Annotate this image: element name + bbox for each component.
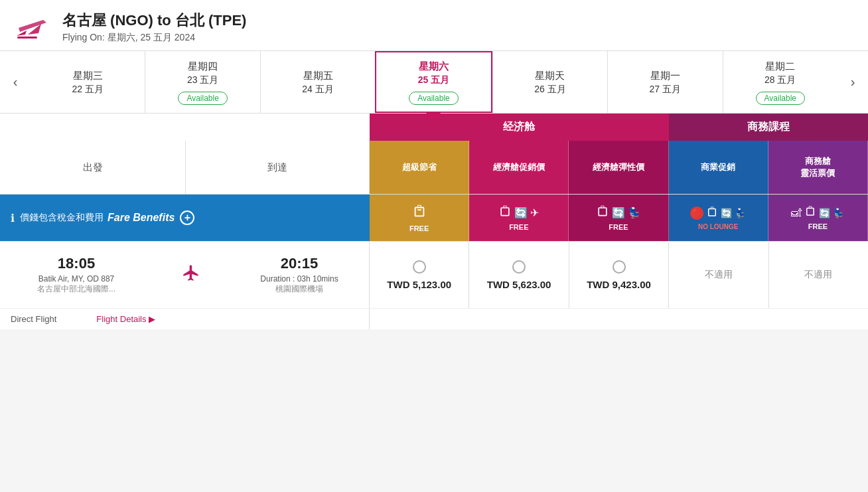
header: 名古屋 (NGO) to 台北 (TPE) Flying On: 星期六, 25… (0, 0, 868, 50)
price-radio-economy-promo[interactable] (512, 260, 526, 274)
main-container: 名古屋 (NGO) to 台北 (TPE) Flying On: 星期六, 25… (0, 0, 868, 329)
change-icon-ef: 🔄 (612, 206, 625, 219)
seat-icon-bp: 💺 (735, 208, 746, 218)
change-icon-bf: 🔄 (819, 208, 830, 218)
benefit-cell-economy-flex: 🔄 💺 FREE (569, 195, 668, 241)
price-cell-biz-flex: 不適用 (769, 242, 868, 308)
day-date-2: 24 五月 (302, 84, 333, 96)
fare-benefits-plus-button[interactable]: + (180, 210, 194, 225)
price-amount-super-saver: TWD 5,123.00 (387, 279, 451, 290)
calendar-next-button[interactable]: › (837, 51, 868, 113)
header-text: 名古屋 (NGO) to 台北 (TPE) Flying On: 星期六, 25… (62, 11, 246, 44)
calendar-day-6[interactable]: 星期二 28 五月 Available (723, 51, 837, 113)
calendar-day-5[interactable]: 星期一 27 五月 (607, 51, 722, 113)
flight-arrive-block: 20:15 Duration : 03h 10mins 桃園國際機場 (230, 246, 369, 304)
fare-col-economy-promo: 經濟艙促銷價 (469, 141, 569, 194)
direct-flight-label: Direct Flight (11, 314, 56, 324)
fare-header-economy: 经济舱 (370, 114, 669, 141)
price-cell-super-saver[interactable]: TWD 5,123.00 (370, 242, 469, 308)
luggage-icon-ep (498, 205, 512, 221)
svg-rect-0 (17, 37, 37, 39)
calendar-days: 星期三 22 五月 星期四 23 五月 Available 星期五 24 五月 … (31, 51, 837, 113)
calendar-day-1[interactable]: 星期四 23 五月 Available (145, 51, 259, 113)
amount-ep: 5,623.00 (512, 279, 551, 290)
flight-depart-arrive: 18:05 Batik Air, MY, OD 887 名古屋中部北海國際...… (0, 242, 370, 308)
benefit-cell-biz-flex: 🛋 🔄 💺 FREE (768, 195, 868, 241)
fare-col-super-saver: 超級節省 (370, 141, 469, 194)
day-name-2: 星期五 (303, 70, 333, 82)
calendar-prev-button[interactable]: ‹ (0, 51, 31, 113)
page-subtitle: Flying On: 星期六, 25 五月 2024 (62, 32, 246, 44)
benefit-label-economy-promo: FREE (509, 223, 528, 231)
benefits-info: ℹ 價錢包含稅金和費用 Fare Benefits + (0, 204, 370, 232)
benefit-label-super-saver: FREE (409, 224, 429, 232)
benefit-cell-biz-promo: 🚫 🔄 💺 NO LOUNGE (669, 195, 768, 241)
amount-ss: 5,123.00 (413, 279, 451, 290)
page-title: 名古屋 (NGO) to 台北 (TPE) (62, 11, 246, 31)
no-lounge-icon: 🚫 (690, 206, 703, 220)
flight-details-link[interactable]: Flight Details ▶ (96, 314, 155, 324)
benefit-icons-super-saver (412, 204, 427, 222)
plane-icon (182, 264, 200, 286)
currency-ep: TWD (487, 279, 512, 290)
calendar-day-2[interactable]: 星期五 24 五月 (260, 51, 375, 113)
price-cell-economy-promo[interactable]: TWD 5,623.00 (469, 242, 569, 308)
bottom-left: Direct Flight Flight Details ▶ (0, 309, 370, 329)
fare-col-biz-flex: 商務艙 靈活票價 (768, 141, 868, 194)
benefit-label-biz-flex: FREE (808, 222, 828, 230)
day-date-5: 27 五月 (650, 84, 681, 96)
calendar-day-0[interactable]: 星期三 22 五月 (31, 51, 145, 113)
bottom-row: Direct Flight Flight Details ▶ (0, 308, 868, 329)
flight-middle (153, 264, 230, 286)
day-name-1: 星期四 (188, 60, 218, 73)
price-cell-biz-promo: 不適用 (669, 242, 768, 308)
available-badge-1: Available (178, 92, 227, 105)
currency-ef: TWD (587, 279, 612, 290)
price-na-biz-flex: 不適用 (772, 248, 865, 301)
luggage-icon-ef (596, 205, 609, 221)
flight-row-0: 18:05 Batik Air, MY, OD 887 名古屋中部北海國際...… (0, 241, 868, 308)
luggage-icon-bf (804, 205, 816, 220)
day-date-3: 25 五月 (418, 74, 449, 86)
calendar-day-4[interactable]: 星期天 26 五月 (492, 51, 607, 113)
flight-icon (13, 11, 53, 44)
benefit-icons-economy-promo: 🔄 ✈ (498, 205, 539, 221)
currency-ss: TWD (387, 279, 412, 290)
flight-depart-block: 18:05 Batik Air, MY, OD 887 名古屋中部北海國際... (0, 246, 153, 304)
amount-ef: 9,423.00 (612, 279, 650, 290)
day-name-5: 星期一 (650, 70, 680, 82)
day-name-3: 星期六 (419, 60, 449, 73)
price-radio-super-saver[interactable] (413, 260, 426, 274)
fare-col-biz-promo: 商業促銷 (669, 141, 768, 194)
benefits-row: ℹ 價錢包含稅金和費用 Fare Benefits + FREE (0, 195, 868, 241)
day-date-4: 26 五月 (534, 84, 565, 96)
benefit-icons-biz-flex: 🛋 🔄 💺 (791, 205, 844, 220)
depart-airport: 名古屋中部北海國際... (37, 284, 115, 295)
change-icon-bp: 🔄 (721, 208, 732, 218)
calendar-day-3[interactable]: 星期六 25 五月 Available (375, 51, 492, 113)
day-date-6: 28 五月 (764, 74, 796, 86)
flight-duration: Duration : 03h 10mins (260, 274, 338, 284)
price-radio-economy-flex[interactable] (613, 260, 626, 274)
col-arrive-label: 到達 (186, 141, 370, 194)
price-amount-economy-flex: TWD 9,423.00 (587, 279, 651, 290)
available-badge-6: Available (756, 92, 805, 105)
day-date-0: 22 五月 (72, 84, 103, 96)
fare-left-spacer (0, 114, 370, 141)
lounge-icon-bf: 🛋 (791, 207, 802, 219)
benefits-tax-label: 價錢包含稅金和費用 (20, 212, 104, 224)
price-cell-economy-flex[interactable]: TWD 9,423.00 (569, 242, 669, 308)
change-icon-ep: 🔄 (514, 206, 528, 219)
benefit-icons-economy-flex: 🔄 💺 (596, 205, 641, 221)
benefit-label-economy-flex: FREE (609, 223, 628, 231)
benefit-icons-biz-promo: 🚫 🔄 💺 (690, 206, 746, 221)
arrive-airport: 桃園國際機場 (275, 284, 323, 295)
seat-icon-bf: 💺 (833, 208, 844, 218)
benefit-label-biz-promo: NO LOUNGE (698, 223, 739, 230)
day-date-1: 23 五月 (187, 74, 218, 86)
fare-col-economy-flex: 經濟艙彈性價 (569, 141, 668, 194)
fare-benefits-label: Fare Benefits (108, 212, 175, 224)
luggage-icon-ss (412, 204, 427, 222)
price-amount-economy-promo: TWD 5,623.00 (487, 279, 551, 290)
calendar-section: ‹ 星期三 22 五月 星期四 23 五月 Available 星期五 24 五… (0, 50, 868, 114)
